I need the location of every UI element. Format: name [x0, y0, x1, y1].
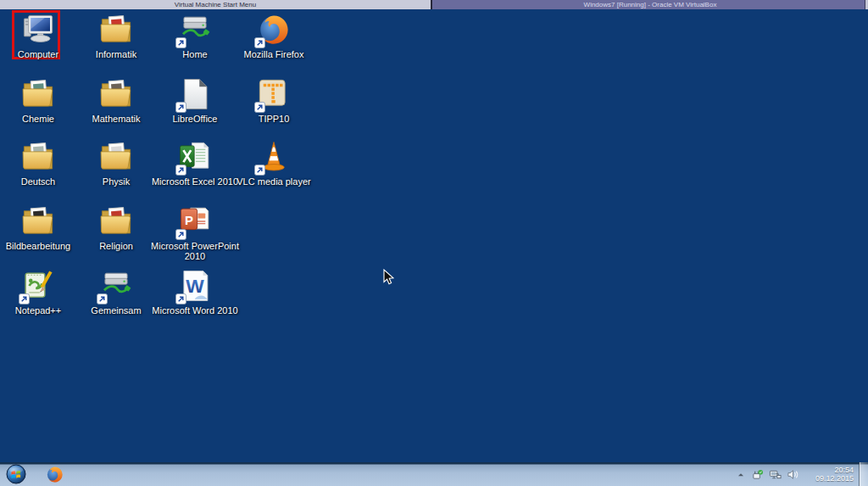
- folder-icon: [98, 204, 134, 239]
- svg-text:W: W: [186, 275, 204, 297]
- folder-icon: [98, 139, 134, 175]
- desktop-icon-tipp10[interactable]: TIPP10: [235, 76, 313, 124]
- desktop-icon-home[interactable]: Home: [156, 12, 234, 59]
- shortcut-arrow-icon: [175, 37, 186, 48]
- desktop-icon-libreoffice[interactable]: LibreOffice: [156, 76, 234, 124]
- desktop-icon-gemeinsam[interactable]: Gemeinsam: [77, 268, 155, 316]
- taskbar-firefox-button[interactable]: [40, 463, 69, 485]
- folder-icon: [98, 12, 134, 47]
- powerpoint-icon: P: [177, 204, 213, 239]
- network-drive-icon: [177, 12, 213, 47]
- folder-icon: [20, 204, 56, 239]
- folder-icon: [20, 76, 56, 112]
- virtualbox-screen: Virtual Machine Start Menu Windows7 [Run…: [0, 0, 868, 486]
- excel-icon: [177, 139, 213, 175]
- system-tray: 20:54 09.12.2015: [735, 462, 868, 486]
- shortcut-arrow-icon: [175, 102, 186, 113]
- shortcut-arrow-icon: [254, 102, 265, 113]
- desktop-icon-label: Microsoft Word 2010: [148, 305, 242, 316]
- desktop-icon-label: TIPP10: [227, 114, 320, 124]
- tipp10-icon: [256, 76, 292, 112]
- shortcut-arrow-icon: [175, 165, 186, 176]
- shortcut-arrow-icon: [19, 293, 30, 304]
- desktop-icon-physik[interactable]: Physik: [77, 139, 155, 187]
- window-edge: [865, 0, 868, 9]
- start-menu-titlebar: Virtual Machine Start Menu: [0, 0, 432, 9]
- desktop-icon-religion[interactable]: Religion: [77, 204, 155, 251]
- desktop-icon-microsoft-excel-2010[interactable]: Microsoft Excel 2010: [156, 139, 234, 187]
- desktop-icon-label: Mozilla Firefox: [227, 49, 320, 59]
- word-icon: W: [177, 268, 213, 304]
- hidden-icons-arrow[interactable]: [735, 467, 747, 481]
- desktop-icon-notepad[interactable]: Notepad++: [0, 268, 77, 316]
- volume-icon[interactable]: [785, 467, 800, 481]
- desktop-icon-label: Microsoft PowerPoint 2010: [148, 241, 242, 261]
- window-titlebars: Virtual Machine Start Menu Windows7 [Run…: [0, 0, 868, 9]
- show-desktop-button[interactable]: [859, 462, 868, 486]
- libreoffice-icon: [177, 76, 213, 112]
- folder-icon: [20, 139, 56, 175]
- desktop[interactable]: Computer Informatik Home Mozilla Firefox…: [0, 9, 868, 462]
- safely-remove-hardware-icon[interactable]: [749, 467, 765, 481]
- network-drive-icon: [98, 268, 134, 304]
- notepadpp-icon: [20, 268, 56, 304]
- start-menu-title: Virtual Machine Start Menu: [175, 1, 256, 8]
- start-button[interactable]: [4, 463, 28, 485]
- desktop-icon-computer[interactable]: Computer: [0, 12, 77, 59]
- desktop-icon-informatik[interactable]: Informatik: [77, 12, 155, 59]
- desktop-icon-mathematik[interactable]: Mathematik: [77, 76, 155, 124]
- shortcut-arrow-icon: [97, 293, 108, 304]
- desktop-icon-microsoft-word-2010[interactable]: W Microsoft Word 2010: [156, 268, 234, 316]
- desktop-icon-deutsch[interactable]: Deutsch: [0, 139, 77, 187]
- shortcut-arrow-icon: [254, 165, 265, 176]
- network-status-icon[interactable]: [767, 467, 782, 481]
- desktop-icon-vlc-media-player[interactable]: VLC media player: [235, 139, 313, 187]
- virtualbox-titlebar: Windows7 [Running] - Oracle VM VirtualBo…: [432, 0, 868, 9]
- svg-text:P: P: [185, 214, 193, 227]
- folder-icon: [98, 76, 134, 112]
- windows-logo-icon: [6, 464, 26, 484]
- desktop-icon-microsoft-powerpoint-2010[interactable]: P Microsoft PowerPoint 2010: [156, 204, 234, 261]
- computer-icon: [20, 12, 56, 47]
- clock-time: 20:54: [806, 466, 854, 475]
- shortcut-arrow-icon: [175, 229, 186, 240]
- clock-date: 09.12.2015: [806, 474, 854, 483]
- shortcut-arrow-icon: [254, 37, 265, 48]
- desktop-icon-label: VLC media player: [227, 176, 320, 187]
- firefox-icon: [256, 12, 292, 47]
- taskbar: 20:54 09.12.2015: [0, 462, 868, 486]
- taskbar-clock[interactable]: 20:54 09.12.2015: [806, 466, 854, 483]
- desktop-icon-mozilla-firefox[interactable]: Mozilla Firefox: [235, 12, 313, 59]
- desktop-icon-bildbearbeitung[interactable]: Bildbearbeitung: [0, 204, 77, 251]
- shortcut-arrow-icon: [175, 293, 186, 304]
- vlc-icon: [256, 139, 292, 175]
- desktop-icon-chemie[interactable]: Chemie: [0, 76, 77, 124]
- virtualbox-title: Windows7 [Running] - Oracle VM VirtualBo…: [584, 1, 717, 8]
